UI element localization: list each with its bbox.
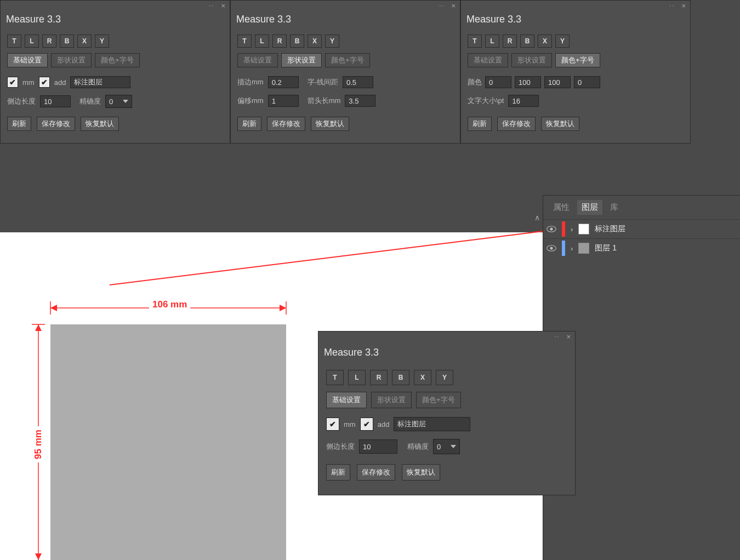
tab-library[interactable]: 库 xyxy=(606,200,623,215)
layer-color-swatch xyxy=(562,241,565,256)
dir-y[interactable]: Y xyxy=(95,35,109,48)
visibility-icon[interactable] xyxy=(547,244,556,252)
tab-properties[interactable]: 属性 xyxy=(549,200,574,215)
dir-x[interactable]: X xyxy=(77,35,92,48)
dir-l[interactable]: L xyxy=(485,35,499,48)
dir-b[interactable]: B xyxy=(520,35,534,48)
dir-y[interactable]: Y xyxy=(325,35,339,48)
close-icon[interactable]: × xyxy=(221,2,225,10)
tab-basic[interactable]: 基础设置 xyxy=(468,53,508,67)
close-icon[interactable]: × xyxy=(451,2,456,10)
color-m-input[interactable] xyxy=(515,76,541,88)
dir-x[interactable]: X xyxy=(308,35,322,48)
tab-shape[interactable]: 形状设置 xyxy=(511,53,552,67)
offset-input[interactable] xyxy=(268,95,299,107)
tab-basic[interactable]: 基础设置 xyxy=(7,53,48,67)
reset-button[interactable]: 恢复默认 xyxy=(541,117,579,131)
checkbox-mm[interactable]: ✔ xyxy=(326,418,339,431)
save-button[interactable]: 保存修改 xyxy=(357,464,395,481)
refresh-button[interactable]: 刷新 xyxy=(237,117,261,131)
visibility-icon[interactable] xyxy=(547,225,556,233)
dimension-height-label: 95 mm xyxy=(33,426,44,462)
tab-layers[interactable]: 图层 xyxy=(577,200,602,215)
dir-l[interactable]: L xyxy=(255,35,269,48)
dir-r[interactable]: R xyxy=(370,370,388,385)
tab-shape[interactable]: 形状设置 xyxy=(281,53,322,67)
precision-dropdown[interactable]: 0 xyxy=(105,95,132,108)
dir-t[interactable]: T xyxy=(326,370,344,385)
close-icon[interactable]: × xyxy=(566,333,571,341)
checkbox-row: ✔ mm ✔ add xyxy=(326,417,470,431)
tab-colorfont[interactable]: 颜色+字号 xyxy=(95,53,140,67)
tab-colorfont[interactable]: 颜色+字号 xyxy=(555,53,600,67)
save-button[interactable]: 保存修改 xyxy=(37,117,75,131)
tab-colorfont[interactable]: 颜色+字号 xyxy=(325,53,370,67)
save-button[interactable]: 保存修改 xyxy=(267,117,305,131)
panel-header: ·· × xyxy=(435,1,460,10)
color-k-input[interactable] xyxy=(574,76,600,88)
dock-icon[interactable]: ·· xyxy=(439,2,445,9)
refresh-button[interactable]: 刷新 xyxy=(468,117,492,131)
dir-b[interactable]: B xyxy=(60,35,74,48)
color-label: 颜色 xyxy=(468,77,482,87)
dir-t[interactable]: T xyxy=(237,35,252,48)
checkbox-add[interactable]: ✔ xyxy=(39,77,50,88)
dir-x[interactable]: X xyxy=(414,370,431,385)
checkbox-row: ✔ mm ✔ add xyxy=(7,76,130,88)
layer-row-1[interactable]: › 图层 1 xyxy=(543,238,740,258)
refresh-button[interactable]: 刷新 xyxy=(7,117,31,131)
reset-button[interactable]: 恢复默认 xyxy=(81,117,119,131)
expand-icon[interactable]: › xyxy=(571,225,573,233)
dir-r[interactable]: R xyxy=(503,35,517,48)
color-c-input[interactable] xyxy=(485,76,511,88)
tab-colorfont[interactable]: 颜色+字号 xyxy=(416,392,461,408)
refresh-button[interactable]: 刷新 xyxy=(326,464,350,481)
layer-name-input[interactable] xyxy=(394,417,470,431)
expand-icon[interactable]: › xyxy=(571,244,573,253)
dock-icon[interactable]: ·· xyxy=(669,2,675,9)
precision-dropdown[interactable]: 0 xyxy=(433,439,460,454)
direction-buttons: T L R B X Y xyxy=(468,35,570,48)
dir-y[interactable]: Y xyxy=(555,35,570,48)
dir-y[interactable]: Y xyxy=(436,370,453,385)
panel-title: Measure 3.3 xyxy=(6,14,61,25)
layer-row-annotation[interactable]: › 标注图层 xyxy=(543,219,740,238)
panel-header: ·· × xyxy=(204,1,230,10)
sidelen-input[interactable] xyxy=(359,439,397,454)
dock-icon[interactable]: ·· xyxy=(209,2,214,9)
checkbox-mm[interactable]: ✔ xyxy=(7,77,18,88)
sidelen-input[interactable] xyxy=(40,95,71,107)
dir-r[interactable]: R xyxy=(272,35,287,48)
stroke-input[interactable] xyxy=(268,76,299,88)
reset-button[interactable]: 恢复默认 xyxy=(402,464,440,481)
tab-basic[interactable]: 基础设置 xyxy=(237,53,278,67)
color-y-input[interactable] xyxy=(544,76,571,88)
arrow-input[interactable] xyxy=(345,95,375,107)
dir-r[interactable]: R xyxy=(42,35,56,48)
font-label: 文字大小\pt xyxy=(468,96,504,106)
tab-shape[interactable]: 形状设置 xyxy=(371,392,412,408)
offset-label: 偏移mm xyxy=(237,96,264,106)
dir-t[interactable]: T xyxy=(468,35,482,48)
dir-l[interactable]: L xyxy=(348,370,366,385)
dock-icon[interactable]: ·· xyxy=(554,333,560,340)
save-button[interactable]: 保存修改 xyxy=(497,117,536,131)
tab-basic[interactable]: 基础设置 xyxy=(326,392,367,408)
layer-name-input[interactable] xyxy=(70,76,130,88)
font-input[interactable] xyxy=(508,95,539,107)
collapse-icon[interactable]: ∧ xyxy=(534,213,540,222)
dir-l[interactable]: L xyxy=(25,35,39,48)
tab-shape[interactable]: 形状设置 xyxy=(51,53,92,67)
dir-b[interactable]: B xyxy=(392,370,409,385)
checkbox-add[interactable]: ✔ xyxy=(360,418,373,431)
dir-t[interactable]: T xyxy=(7,35,21,48)
gap-input[interactable] xyxy=(343,76,373,88)
settings-tabs: 基础设置 形状设置 颜色+字号 xyxy=(237,53,370,67)
reset-button[interactable]: 恢复默认 xyxy=(311,117,349,131)
artboard[interactable] xyxy=(50,324,286,560)
dir-x[interactable]: X xyxy=(538,35,552,48)
stroke-label: 描边mm xyxy=(237,77,264,87)
dir-b[interactable]: B xyxy=(290,35,304,48)
chevron-down-icon xyxy=(123,100,128,103)
close-icon[interactable]: × xyxy=(681,2,686,10)
